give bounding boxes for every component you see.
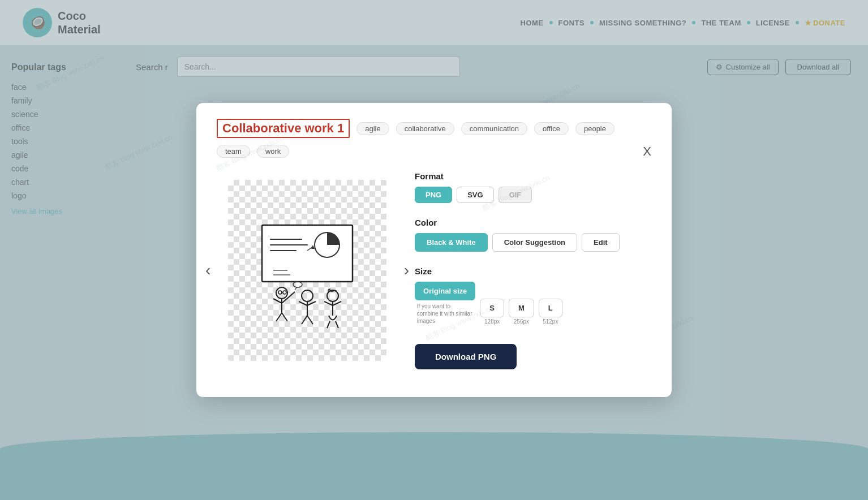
size-l-label: 512px: [543, 318, 558, 325]
color-edit-button[interactable]: Edit: [582, 233, 620, 252]
svg-point-14: [283, 291, 286, 294]
modal-body: ‹: [217, 171, 651, 369]
modal-close-button[interactable]: X: [643, 145, 651, 158]
size-original-info: If you want to combine it with similar i…: [417, 303, 474, 325]
modal-tag-team[interactable]: team: [217, 145, 250, 158]
format-btn-group: PNG SVG GIF: [415, 187, 651, 203]
size-l-col: L 512px: [539, 299, 562, 325]
size-original-col: Original size If you want to combine it …: [415, 282, 475, 325]
modal-tag-people[interactable]: people: [575, 122, 615, 135]
preview-image-box: [228, 180, 386, 361]
modal-tag-collaborative[interactable]: collaborative: [396, 122, 454, 135]
size-btn-group: Original size If you want to combine it …: [415, 282, 651, 325]
size-label: Size: [415, 266, 651, 276]
size-m-col: M 256px: [509, 299, 534, 325]
svg-line-12: [282, 313, 287, 321]
color-bw-button[interactable]: Black & White: [415, 233, 488, 252]
svg-point-16: [302, 290, 313, 301]
svg-line-11: [276, 313, 282, 321]
size-m-label: 256px: [514, 318, 529, 325]
modal-tag-work[interactable]: work: [257, 145, 289, 158]
format-svg-button[interactable]: SVG: [457, 187, 493, 203]
size-s-col: S 128px: [480, 299, 504, 325]
format-group: Format PNG SVG GIF: [415, 171, 651, 203]
svg-line-21: [307, 316, 313, 324]
svg-point-22: [293, 282, 302, 287]
size-s-label: 128px: [484, 318, 500, 325]
color-suggestion-button[interactable]: Color Suggestion: [492, 233, 577, 252]
svg-line-9: [273, 299, 282, 303]
svg-rect-0: [262, 225, 353, 282]
modal-header: Collaborative work 1 agile collaborative…: [217, 119, 651, 158]
prev-button[interactable]: ‹: [205, 261, 210, 279]
svg-line-29: [336, 321, 338, 328]
svg-line-23: [295, 287, 297, 290]
format-png-button[interactable]: PNG: [415, 187, 452, 203]
svg-point-13: [278, 291, 282, 294]
modal-overlay[interactable]: 酷客 Blog www.zxki.cn 酷客 Blog www.zxki.cn …: [0, 0, 868, 500]
color-group: Color Black & White Color Suggestion Edi…: [415, 218, 651, 252]
modal-dialog: 酷客 Blog www.zxki.cn 酷客 Blog www.zxki.cn …: [196, 103, 672, 397]
settings-panel: Format PNG SVG GIF Color Black & White C…: [415, 171, 651, 369]
format-label: Format: [415, 171, 651, 181]
next-button[interactable]: ›: [404, 261, 409, 279]
size-m-button[interactable]: M: [509, 299, 534, 317]
modal-tag-agile[interactable]: agile: [356, 122, 389, 135]
preview-svg: [245, 208, 369, 333]
svg-line-18: [299, 301, 307, 305]
svg-line-26: [324, 301, 333, 305]
size-original-button[interactable]: Original size: [415, 282, 475, 300]
svg-line-20: [302, 316, 307, 324]
size-group: Size Original size If you want to combin…: [415, 266, 651, 325]
svg-line-28: [327, 321, 330, 328]
color-btn-group: Black & White Color Suggestion Edit: [415, 233, 651, 252]
svg-line-19: [307, 301, 316, 305]
size-l-button[interactable]: L: [539, 299, 562, 317]
color-label: Color: [415, 218, 651, 227]
modal-tag-office[interactable]: office: [534, 122, 569, 135]
modal-title: Collaborative work 1: [217, 119, 350, 138]
svg-line-27: [333, 301, 341, 305]
download-png-button[interactable]: Download PNG: [415, 344, 517, 369]
size-s-button[interactable]: S: [480, 299, 504, 317]
format-gif-button: GIF: [499, 187, 532, 203]
modal-tag-communication[interactable]: communication: [461, 122, 527, 135]
image-preview-area: ‹: [217, 171, 398, 369]
